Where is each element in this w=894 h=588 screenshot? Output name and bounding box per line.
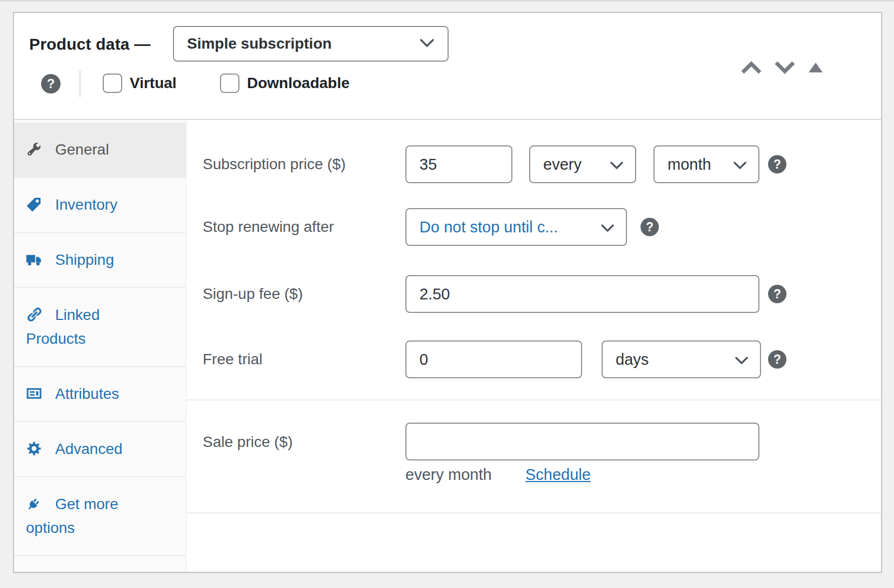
panel-header: Product data — Simple subscription ? Vir… [14,13,881,120]
trial-period-value: days [616,351,649,369]
tab-label: General [55,141,109,158]
link-icon [26,306,42,323]
move-down-button[interactable] [774,59,796,76]
tab-advanced[interactable]: Advanced [14,422,186,477]
help-icon[interactable]: ? [768,285,786,303]
tab-label: Shipping [55,251,114,268]
page-top-edge [0,0,894,2]
help-icon[interactable]: ? [41,74,61,93]
stop-renewing-value: Do not stop until c... [419,218,558,236]
move-up-button[interactable] [740,59,762,76]
tab-linked-products[interactable]: Linked Products [14,288,186,367]
downloadable-checkbox[interactable] [220,74,239,93]
signup-fee-label: Sign-up fee ($) [203,285,303,303]
tab-label: Attributes [55,385,119,402]
billing-interval-select[interactable]: every [529,145,636,183]
tag-icon [26,196,42,212]
truck-icon [26,251,42,268]
chevron-down-icon [419,38,435,50]
virtual-checkbox-group[interactable]: Virtual [103,74,177,93]
downloadable-label: Downloadable [247,75,350,92]
wrench-icon [26,141,42,157]
stop-renewing-label: Stop renewing after [203,218,334,236]
chevron-down-icon [735,351,748,369]
trial-period-select[interactable]: days [602,340,761,378]
plug-icon [26,496,42,512]
metabox-controls [740,59,824,76]
subscription-price-label: Subscription price ($) [203,156,346,173]
section-divider [186,399,881,400]
toggle-panel-button[interactable] [808,61,824,74]
product-data-tabs: General Inventory Shipping Linked Produc… [14,120,186,572]
sale-price-label: Sale price ($) [203,433,293,451]
header-divider [79,70,81,97]
gear-icon [26,440,42,457]
tab-general[interactable]: General [14,123,186,178]
tab-inventory[interactable]: Inventory [14,178,186,233]
tab-get-more-options[interactable]: Get more options [14,477,186,556]
billing-period-select[interactable]: month [653,145,759,183]
tab-label: Inventory [55,196,117,213]
chevron-down-icon [601,218,614,236]
subscription-price-input[interactable] [405,145,512,183]
free-trial-label: Free trial [203,351,262,368]
product-type-select[interactable]: Simple subscription [173,26,449,62]
virtual-label: Virtual [130,75,177,92]
chevron-down-icon [733,156,746,173]
billing-interval-value: every [543,156,582,173]
sale-recurrence-note: every month [405,466,492,484]
chevron-down-icon [610,156,623,173]
general-tab-content: Subscription price ($) every month ? Sto… [186,120,881,572]
help-icon[interactable]: ? [768,350,786,369]
sale-price-input[interactable] [405,423,759,460]
panel-body: General Inventory Shipping Linked Produc… [14,120,881,572]
help-icon[interactable]: ? [641,218,659,236]
product-data-panel: Product data — Simple subscription ? Vir… [13,12,882,573]
page-title: Product data — [29,35,151,54]
free-trial-input[interactable] [405,340,582,378]
signup-fee-input[interactable] [405,275,759,313]
tab-shipping[interactable]: Shipping [14,233,186,288]
billing-period-value: month [668,156,711,173]
stop-renewing-select[interactable]: Do not stop until c... [405,208,627,246]
downloadable-checkbox-group[interactable]: Downloadable [220,74,350,93]
section-divider [186,512,881,513]
tab-label: Advanced [55,440,123,457]
help-icon[interactable]: ? [768,155,786,173]
tab-attributes[interactable]: Attributes [14,367,186,422]
schedule-link[interactable]: Schedule [525,466,591,484]
index-card-icon [26,385,42,402]
product-type-value: Simple subscription [187,35,332,52]
virtual-checkbox[interactable] [103,74,122,93]
